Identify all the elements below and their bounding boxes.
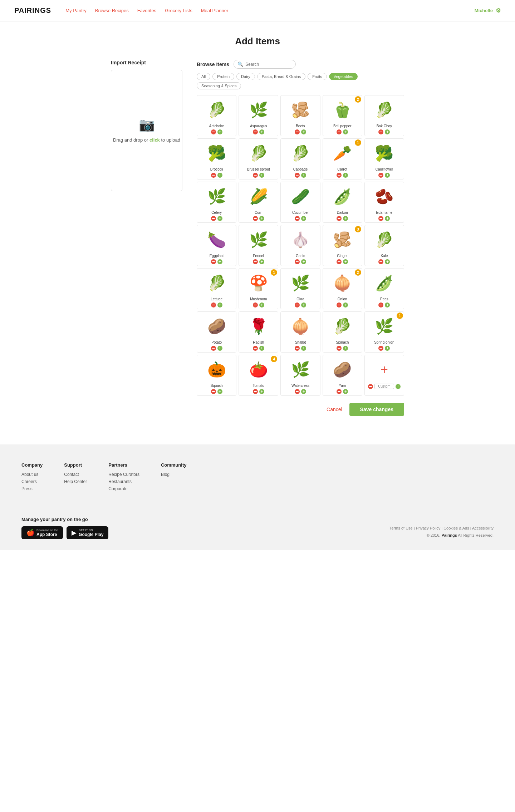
decrement-button[interactable] <box>378 216 383 221</box>
footer-link[interactable]: About us <box>21 472 43 477</box>
increment-button[interactable] <box>259 389 264 394</box>
increment-button[interactable] <box>217 129 222 134</box>
decrement-button[interactable] <box>295 302 300 307</box>
increment-button[interactable] <box>259 216 264 221</box>
footer-link[interactable]: Press <box>21 486 43 491</box>
increment-button[interactable] <box>217 173 222 178</box>
decrement-button[interactable] <box>337 302 342 307</box>
increment-button[interactable] <box>217 259 222 264</box>
decrement-button[interactable] <box>211 346 216 351</box>
increment-button[interactable] <box>259 259 264 264</box>
increment-button[interactable] <box>385 259 390 264</box>
increment-button[interactable] <box>259 302 264 307</box>
increment-button[interactable] <box>301 173 306 178</box>
increment-button[interactable] <box>301 302 306 307</box>
decrement-button[interactable] <box>378 259 383 264</box>
app-store-badge[interactable]: 🍎 Download on the App Store <box>21 526 63 539</box>
increment-button[interactable] <box>301 216 306 221</box>
increment-button[interactable] <box>343 259 348 264</box>
custom-decrement-button[interactable] <box>368 384 373 389</box>
footer-link[interactable]: Contact <box>64 472 87 477</box>
nav-favorites[interactable]: Favorites <box>137 8 156 13</box>
increment-button[interactable] <box>301 389 306 394</box>
privacy-link[interactable]: Privacy Policy <box>416 526 440 530</box>
increment-button[interactable] <box>343 173 348 178</box>
increment-button[interactable] <box>385 302 390 307</box>
filter-all[interactable]: All <box>197 73 210 80</box>
decrement-button[interactable] <box>337 259 342 264</box>
decrement-button[interactable] <box>295 129 300 134</box>
footer-link[interactable]: Careers <box>21 479 43 484</box>
increment-button[interactable] <box>343 129 348 134</box>
increment-button[interactable] <box>301 129 306 134</box>
nav-browse-recipes[interactable]: Browse Recipes <box>95 8 129 13</box>
decrement-button[interactable] <box>211 302 216 307</box>
filter-pasta-bread-grains[interactable]: Pasta, Bread & Grains <box>257 73 305 80</box>
nav-meal-planner[interactable]: Meal Planner <box>201 8 229 13</box>
custom-increment-button[interactable] <box>396 384 401 389</box>
decrement-button[interactable] <box>295 259 300 264</box>
decrement-button[interactable] <box>211 389 216 394</box>
cookies-link[interactable]: Cookies & Ads <box>443 526 469 530</box>
decrement-button[interactable] <box>378 346 383 351</box>
decrement-button[interactable] <box>253 173 258 178</box>
decrement-button[interactable] <box>337 129 342 134</box>
increment-button[interactable] <box>217 346 222 351</box>
increment-button[interactable] <box>301 346 306 351</box>
increment-button[interactable] <box>385 216 390 221</box>
footer-link[interactable]: Recipe Curators <box>108 472 139 477</box>
filter-dairy[interactable]: Dairy <box>236 73 255 80</box>
footer-link[interactable]: Corporate <box>108 486 139 491</box>
decrement-button[interactable] <box>211 173 216 178</box>
decrement-button[interactable] <box>378 302 383 307</box>
increment-button[interactable] <box>259 346 264 351</box>
upload-dropzone[interactable]: 📷 Drag and drop or click to upload <box>111 70 182 191</box>
filter-vegetables[interactable]: Vegetables <box>329 73 358 80</box>
decrement-button[interactable] <box>295 216 300 221</box>
footer-link[interactable]: Restaurants <box>108 479 139 484</box>
nav-grocery-lists[interactable]: Grocery Lists <box>165 8 192 13</box>
decrement-button[interactable] <box>378 129 383 134</box>
filter-protein[interactable]: Protein <box>212 73 234 80</box>
search-input[interactable] <box>245 62 292 67</box>
decrement-button[interactable] <box>253 216 258 221</box>
decrement-button[interactable] <box>295 389 300 394</box>
cancel-button[interactable]: Cancel <box>327 407 342 412</box>
decrement-button[interactable] <box>337 216 342 221</box>
nav-my-pantry[interactable]: My Pantry <box>65 8 87 13</box>
google-play-badge[interactable]: ▶ GET IT ON Google Play <box>67 526 108 539</box>
increment-button[interactable] <box>343 302 348 307</box>
decrement-button[interactable] <box>337 346 342 351</box>
footer-link[interactable]: Help Center <box>64 479 87 484</box>
increment-button[interactable] <box>343 389 348 394</box>
decrement-button[interactable] <box>337 389 342 394</box>
filter-fruits[interactable]: Fruits <box>308 73 327 80</box>
upload-click-link[interactable]: click <box>149 137 160 143</box>
decrement-button[interactable] <box>211 216 216 221</box>
increment-button[interactable] <box>385 346 390 351</box>
terms-link[interactable]: Terms of Use <box>389 526 413 530</box>
custom-item-input[interactable] <box>374 384 394 389</box>
increment-button[interactable] <box>301 259 306 264</box>
increment-button[interactable] <box>385 173 390 178</box>
filter-seasoning-spices[interactable]: Seasoning & Spices <box>197 82 241 89</box>
decrement-button[interactable] <box>295 173 300 178</box>
save-changes-button[interactable]: Save changes <box>349 403 404 416</box>
decrement-button[interactable] <box>253 259 258 264</box>
decrement-button[interactable] <box>253 346 258 351</box>
increment-button[interactable] <box>217 389 222 394</box>
increment-button[interactable] <box>343 346 348 351</box>
decrement-button[interactable] <box>337 173 342 178</box>
increment-button[interactable] <box>259 173 264 178</box>
footer-link[interactable]: Blog <box>161 472 187 477</box>
increment-button[interactable] <box>385 129 390 134</box>
decrement-button[interactable] <box>211 259 216 264</box>
increment-button[interactable] <box>217 302 222 307</box>
decrement-button[interactable] <box>253 389 258 394</box>
decrement-button[interactable] <box>378 173 383 178</box>
decrement-button[interactable] <box>295 346 300 351</box>
increment-button[interactable] <box>217 216 222 221</box>
accessibility-link[interactable]: Accessibility <box>472 526 494 530</box>
decrement-button[interactable] <box>253 302 258 307</box>
decrement-button[interactable] <box>211 129 216 134</box>
